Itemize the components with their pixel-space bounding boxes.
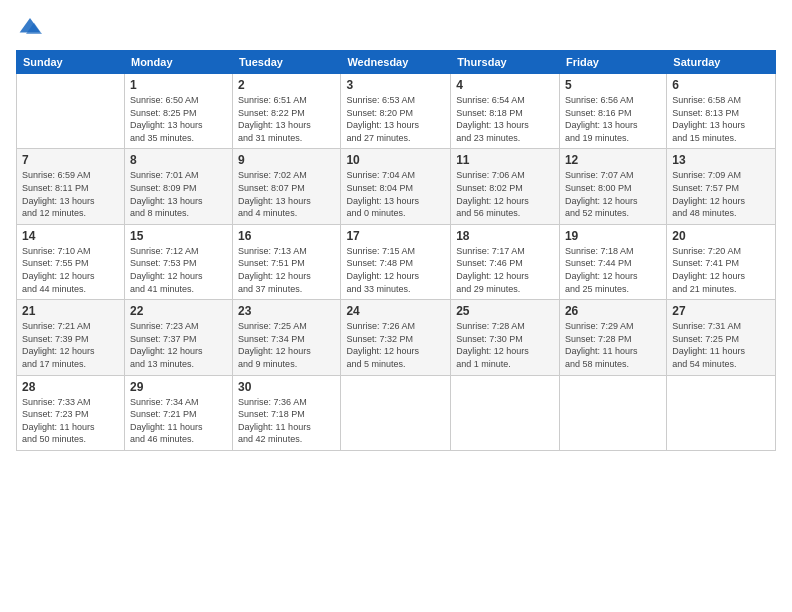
day-number: 3 [346, 78, 445, 92]
calendar-cell: 10Sunrise: 7:04 AM Sunset: 8:04 PM Dayli… [341, 149, 451, 224]
calendar-cell: 5Sunrise: 6:56 AM Sunset: 8:16 PM Daylig… [559, 74, 666, 149]
day-info: Sunrise: 6:56 AM Sunset: 8:16 PM Dayligh… [565, 94, 661, 144]
calendar-cell: 26Sunrise: 7:29 AM Sunset: 7:28 PM Dayli… [559, 300, 666, 375]
day-info: Sunrise: 7:12 AM Sunset: 7:53 PM Dayligh… [130, 245, 227, 295]
day-info: Sunrise: 7:04 AM Sunset: 8:04 PM Dayligh… [346, 169, 445, 219]
day-info: Sunrise: 7:36 AM Sunset: 7:18 PM Dayligh… [238, 396, 335, 446]
day-info: Sunrise: 7:21 AM Sunset: 7:39 PM Dayligh… [22, 320, 119, 370]
day-info: Sunrise: 7:23 AM Sunset: 7:37 PM Dayligh… [130, 320, 227, 370]
day-info: Sunrise: 7:28 AM Sunset: 7:30 PM Dayligh… [456, 320, 554, 370]
calendar-cell: 8Sunrise: 7:01 AM Sunset: 8:09 PM Daylig… [124, 149, 232, 224]
day-number: 10 [346, 153, 445, 167]
day-info: Sunrise: 7:15 AM Sunset: 7:48 PM Dayligh… [346, 245, 445, 295]
calendar-cell: 14Sunrise: 7:10 AM Sunset: 7:55 PM Dayli… [17, 224, 125, 299]
calendar-header-friday: Friday [559, 51, 666, 74]
day-info: Sunrise: 7:06 AM Sunset: 8:02 PM Dayligh… [456, 169, 554, 219]
day-number: 24 [346, 304, 445, 318]
day-info: Sunrise: 7:18 AM Sunset: 7:44 PM Dayligh… [565, 245, 661, 295]
calendar-cell: 4Sunrise: 6:54 AM Sunset: 8:18 PM Daylig… [451, 74, 560, 149]
calendar-week-row: 14Sunrise: 7:10 AM Sunset: 7:55 PM Dayli… [17, 224, 776, 299]
day-info: Sunrise: 6:53 AM Sunset: 8:20 PM Dayligh… [346, 94, 445, 144]
calendar-header-thursday: Thursday [451, 51, 560, 74]
day-number: 20 [672, 229, 770, 243]
day-info: Sunrise: 7:34 AM Sunset: 7:21 PM Dayligh… [130, 396, 227, 446]
calendar-table: SundayMondayTuesdayWednesdayThursdayFrid… [16, 50, 776, 451]
calendar-cell: 23Sunrise: 7:25 AM Sunset: 7:34 PM Dayli… [233, 300, 341, 375]
day-number: 30 [238, 380, 335, 394]
day-number: 6 [672, 78, 770, 92]
day-info: Sunrise: 7:31 AM Sunset: 7:25 PM Dayligh… [672, 320, 770, 370]
calendar-cell: 2Sunrise: 6:51 AM Sunset: 8:22 PM Daylig… [233, 74, 341, 149]
calendar-header-sunday: Sunday [17, 51, 125, 74]
calendar-week-row: 21Sunrise: 7:21 AM Sunset: 7:39 PM Dayli… [17, 300, 776, 375]
calendar-cell: 9Sunrise: 7:02 AM Sunset: 8:07 PM Daylig… [233, 149, 341, 224]
day-info: Sunrise: 7:01 AM Sunset: 8:09 PM Dayligh… [130, 169, 227, 219]
day-number: 21 [22, 304, 119, 318]
day-number: 14 [22, 229, 119, 243]
day-info: Sunrise: 7:26 AM Sunset: 7:32 PM Dayligh… [346, 320, 445, 370]
day-number: 23 [238, 304, 335, 318]
day-number: 15 [130, 229, 227, 243]
calendar-cell: 15Sunrise: 7:12 AM Sunset: 7:53 PM Dayli… [124, 224, 232, 299]
day-number: 28 [22, 380, 119, 394]
calendar-header-tuesday: Tuesday [233, 51, 341, 74]
calendar-cell: 17Sunrise: 7:15 AM Sunset: 7:48 PM Dayli… [341, 224, 451, 299]
day-info: Sunrise: 7:25 AM Sunset: 7:34 PM Dayligh… [238, 320, 335, 370]
day-number: 5 [565, 78, 661, 92]
calendar-week-row: 7Sunrise: 6:59 AM Sunset: 8:11 PM Daylig… [17, 149, 776, 224]
day-info: Sunrise: 7:20 AM Sunset: 7:41 PM Dayligh… [672, 245, 770, 295]
calendar-cell: 1Sunrise: 6:50 AM Sunset: 8:25 PM Daylig… [124, 74, 232, 149]
calendar-header-wednesday: Wednesday [341, 51, 451, 74]
day-info: Sunrise: 6:54 AM Sunset: 8:18 PM Dayligh… [456, 94, 554, 144]
calendar-cell [451, 375, 560, 450]
day-number: 22 [130, 304, 227, 318]
day-number: 11 [456, 153, 554, 167]
day-number: 8 [130, 153, 227, 167]
day-number: 1 [130, 78, 227, 92]
calendar-cell: 18Sunrise: 7:17 AM Sunset: 7:46 PM Dayli… [451, 224, 560, 299]
day-number: 13 [672, 153, 770, 167]
calendar-cell [559, 375, 666, 450]
day-number: 16 [238, 229, 335, 243]
calendar-cell: 13Sunrise: 7:09 AM Sunset: 7:57 PM Dayli… [667, 149, 776, 224]
day-number: 27 [672, 304, 770, 318]
day-info: Sunrise: 6:51 AM Sunset: 8:22 PM Dayligh… [238, 94, 335, 144]
calendar-cell: 3Sunrise: 6:53 AM Sunset: 8:20 PM Daylig… [341, 74, 451, 149]
calendar-header-monday: Monday [124, 51, 232, 74]
calendar-cell: 21Sunrise: 7:21 AM Sunset: 7:39 PM Dayli… [17, 300, 125, 375]
calendar-cell: 19Sunrise: 7:18 AM Sunset: 7:44 PM Dayli… [559, 224, 666, 299]
calendar-cell: 27Sunrise: 7:31 AM Sunset: 7:25 PM Dayli… [667, 300, 776, 375]
calendar-cell: 30Sunrise: 7:36 AM Sunset: 7:18 PM Dayli… [233, 375, 341, 450]
day-number: 19 [565, 229, 661, 243]
calendar-week-row: 28Sunrise: 7:33 AM Sunset: 7:23 PM Dayli… [17, 375, 776, 450]
calendar-cell: 6Sunrise: 6:58 AM Sunset: 8:13 PM Daylig… [667, 74, 776, 149]
logo-icon [18, 16, 42, 36]
calendar-cell: 12Sunrise: 7:07 AM Sunset: 8:00 PM Dayli… [559, 149, 666, 224]
day-info: Sunrise: 7:10 AM Sunset: 7:55 PM Dayligh… [22, 245, 119, 295]
day-number: 9 [238, 153, 335, 167]
day-info: Sunrise: 7:07 AM Sunset: 8:00 PM Dayligh… [565, 169, 661, 219]
calendar-cell [667, 375, 776, 450]
day-info: Sunrise: 7:02 AM Sunset: 8:07 PM Dayligh… [238, 169, 335, 219]
logo [16, 16, 42, 40]
day-info: Sunrise: 7:17 AM Sunset: 7:46 PM Dayligh… [456, 245, 554, 295]
calendar-cell: 16Sunrise: 7:13 AM Sunset: 7:51 PM Dayli… [233, 224, 341, 299]
calendar-cell: 24Sunrise: 7:26 AM Sunset: 7:32 PM Dayli… [341, 300, 451, 375]
calendar-cell: 20Sunrise: 7:20 AM Sunset: 7:41 PM Dayli… [667, 224, 776, 299]
calendar-cell: 28Sunrise: 7:33 AM Sunset: 7:23 PM Dayli… [17, 375, 125, 450]
day-info: Sunrise: 7:33 AM Sunset: 7:23 PM Dayligh… [22, 396, 119, 446]
day-info: Sunrise: 6:59 AM Sunset: 8:11 PM Dayligh… [22, 169, 119, 219]
calendar-header-row: SundayMondayTuesdayWednesdayThursdayFrid… [17, 51, 776, 74]
calendar-cell: 22Sunrise: 7:23 AM Sunset: 7:37 PM Dayli… [124, 300, 232, 375]
calendar-cell: 7Sunrise: 6:59 AM Sunset: 8:11 PM Daylig… [17, 149, 125, 224]
day-number: 12 [565, 153, 661, 167]
calendar-cell: 29Sunrise: 7:34 AM Sunset: 7:21 PM Dayli… [124, 375, 232, 450]
calendar-header-saturday: Saturday [667, 51, 776, 74]
day-number: 25 [456, 304, 554, 318]
day-number: 7 [22, 153, 119, 167]
day-info: Sunrise: 7:09 AM Sunset: 7:57 PM Dayligh… [672, 169, 770, 219]
day-info: Sunrise: 6:58 AM Sunset: 8:13 PM Dayligh… [672, 94, 770, 144]
day-number: 29 [130, 380, 227, 394]
calendar-cell: 25Sunrise: 7:28 AM Sunset: 7:30 PM Dayli… [451, 300, 560, 375]
day-number: 4 [456, 78, 554, 92]
